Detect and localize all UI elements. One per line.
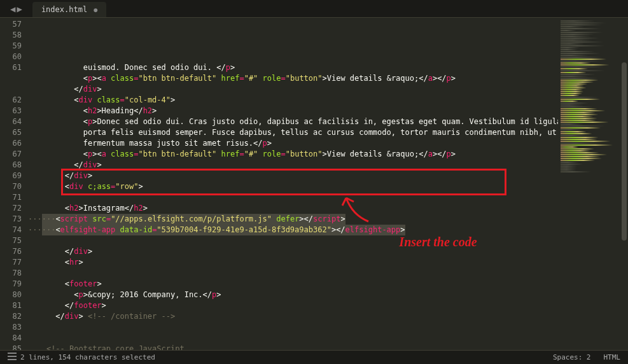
- code-line: <p><a class="btn btn-default" href="#" r…: [28, 149, 558, 160]
- code-line: [28, 268, 558, 279]
- status-spaces[interactable]: Spaces: 2: [553, 353, 591, 361]
- line-number: 68: [0, 160, 22, 171]
- line-number: 58: [0, 30, 22, 41]
- line-number: 73: [0, 214, 22, 225]
- code-line: </div>: [28, 171, 558, 181]
- code-line: <div c;ass="row">: [28, 181, 558, 192]
- line-number: 83: [0, 322, 22, 333]
- status-language[interactable]: HTML: [604, 353, 621, 361]
- line-number: 61: [0, 62, 22, 73]
- tab-bar: ◀ ▶ index.html ●: [0, 0, 628, 18]
- code-line: </div>: [28, 160, 558, 171]
- code-line: [28, 192, 558, 203]
- line-number: 66: [0, 138, 22, 149]
- status-selection: 2 lines, 154 characters selected: [20, 353, 155, 361]
- line-number: 64: [0, 116, 22, 127]
- line-number: 81: [0, 300, 22, 311]
- line-number: 60: [0, 52, 22, 62]
- nav-arrows: ◀ ▶: [5, 4, 27, 14]
- tab-title: index.html: [41, 5, 87, 14]
- nav-forward-icon[interactable]: ▶: [17, 4, 22, 14]
- line-number: 82: [0, 311, 22, 322]
- line-number: 78: [0, 268, 22, 279]
- line-number: 65: [0, 127, 22, 138]
- line-number-gutter: 5758596061626364656667686970717273747576…: [0, 18, 28, 350]
- status-bar: 2 lines, 154 characters selected Spaces:…: [0, 350, 628, 364]
- code-line: <h2>Heading</h2>: [28, 106, 558, 116]
- code-line: <!-- Bootstrap core JavaScript: [28, 344, 558, 350]
- line-number: 62: [0, 95, 22, 106]
- line-number: 74: [0, 225, 22, 235]
- tab-active[interactable]: index.html ●: [32, 2, 106, 17]
- line-number: 80: [0, 290, 22, 300]
- line-number: 84: [0, 333, 22, 344]
- code-line: ······<script src="//apps.elfsight.com/p…: [28, 214, 558, 225]
- code-area[interactable]: euismod. Donec sed odio dui. </p> <p><a …: [28, 18, 558, 350]
- line-number: 67: [0, 149, 22, 160]
- line-number: 69: [0, 171, 22, 181]
- code-line: fermentum massa justo sit amet risus.</p…: [28, 138, 558, 149]
- menu-icon[interactable]: [8, 353, 17, 362]
- code-line: <footer>: [28, 279, 558, 290]
- code-line: <p>&copy; 2016 Company, Inc.</p>: [28, 290, 558, 300]
- line-number: 77: [0, 257, 22, 268]
- line-number: 76: [0, 246, 22, 257]
- line-number: 70: [0, 181, 22, 192]
- code-line: <div class="col-md-4">: [28, 95, 558, 106]
- line-number: 72: [0, 203, 22, 214]
- scrollbar-thumb[interactable]: [622, 62, 627, 241]
- code-line: [28, 333, 558, 344]
- line-number: [0, 73, 22, 84]
- code-line: </div> <!-- /container -->: [28, 311, 558, 322]
- code-line: ······<elfsight-app data-id="539b7004-f9…: [28, 225, 558, 235]
- tab-dirty-icon: ●: [94, 6, 97, 13]
- code-line: <p><a class="btn btn-default" href="#" r…: [28, 73, 558, 84]
- minimap[interactable]: [558, 18, 628, 350]
- line-number: 57: [0, 19, 22, 30]
- line-number: 75: [0, 235, 22, 246]
- code-line: </div>: [28, 246, 558, 257]
- line-number: 59: [0, 41, 22, 52]
- nav-back-icon[interactable]: ◀: [10, 4, 15, 14]
- code-line: [28, 322, 558, 333]
- code-line: </footer>: [28, 300, 558, 311]
- line-number: 63: [0, 106, 22, 116]
- editor: 5758596061626364656667686970717273747576…: [0, 18, 628, 350]
- line-number: 79: [0, 279, 22, 290]
- line-number: [0, 84, 22, 95]
- code-line: [28, 235, 558, 246]
- code-line: euismod. Donec sed odio dui. </p>: [28, 62, 558, 73]
- code-line: </div>: [28, 84, 558, 95]
- line-number: 71: [0, 192, 22, 203]
- code-line: <h2>Instagram</h2>: [28, 203, 558, 214]
- code-line: porta felis euismod semper. Fusce dapibu…: [28, 127, 558, 138]
- code-line: <hr>: [28, 257, 558, 268]
- code-line: <p>Donec sed odio dui. Cras justo odio, …: [28, 116, 558, 127]
